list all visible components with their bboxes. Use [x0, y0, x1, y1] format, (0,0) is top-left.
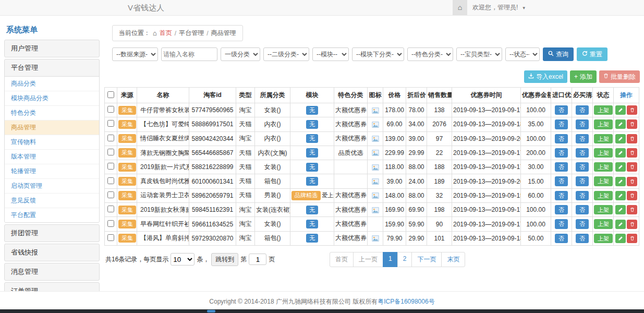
pager-item[interactable]: 1: [383, 252, 398, 267]
sidebar-subitem[interactable]: 商品分类: [5, 77, 99, 91]
must-buy-button[interactable]: 否: [576, 148, 589, 158]
select-all-checkbox[interactable]: [107, 91, 114, 98]
delete-button[interactable]: [627, 191, 637, 200]
sidebar-subitem[interactable]: 特色分类: [5, 106, 99, 121]
import-select-button[interactable]: 否: [555, 234, 568, 243]
per-page-select[interactable]: 10: [171, 253, 195, 266]
edit-button[interactable]: [615, 119, 626, 129]
name-input[interactable]: [161, 47, 217, 61]
edit-button[interactable]: [615, 234, 626, 243]
must-buy-button[interactable]: 否: [576, 205, 589, 214]
breadcrumb-item[interactable]: 平台管理: [179, 29, 204, 38]
data-source-select[interactable]: --数据来源--: [112, 47, 158, 61]
delete-button[interactable]: [627, 148, 637, 158]
sidebar-subitem[interactable]: 模块商品分类: [5, 91, 99, 106]
sidebar-group[interactable]: 拼团管理: [5, 225, 99, 242]
row-checkbox[interactable]: [107, 120, 114, 127]
row-checkbox[interactable]: [107, 191, 114, 198]
must-buy-button[interactable]: 否: [576, 234, 589, 243]
sidebar-group[interactable]: 消息管理: [5, 263, 99, 280]
level1-category-select[interactable]: 一级分类: [221, 47, 260, 61]
sidebar-subitem[interactable]: 平台配置: [5, 208, 99, 222]
edit-button[interactable]: [615, 220, 626, 229]
edit-button[interactable]: [615, 162, 626, 172]
import-select-button[interactable]: 否: [555, 134, 568, 143]
jump-button[interactable]: 跳转到: [211, 253, 238, 266]
delete-button[interactable]: [627, 220, 637, 229]
level2-category-select[interactable]: --二级分类--: [263, 47, 309, 61]
pager-item[interactable]: 下一页: [411, 252, 442, 267]
breadcrumb-item[interactable]: 商品管理: [211, 29, 236, 38]
sidebar-subitem[interactable]: 轮播管理: [5, 164, 99, 179]
row-checkbox[interactable]: [107, 135, 114, 141]
import-select-button[interactable]: 否: [555, 191, 568, 200]
pager-item[interactable]: 上一页: [353, 252, 383, 267]
edit-button[interactable]: [615, 148, 626, 158]
pager-item[interactable]: 2: [397, 252, 412, 267]
item-type-select[interactable]: --宝贝类型--: [456, 47, 502, 61]
sidebar-subitem[interactable]: 版本管理: [5, 150, 99, 164]
status-select[interactable]: --状态--: [505, 47, 540, 61]
status-button[interactable]: 上架: [594, 234, 613, 243]
delete-button[interactable]: [627, 105, 637, 115]
must-buy-button[interactable]: 否: [576, 191, 589, 200]
page-number-input[interactable]: [249, 254, 266, 265]
welcome-dropdown[interactable]: 欢迎您，管理员! ▼: [472, 0, 526, 16]
status-button[interactable]: 上架: [594, 205, 613, 214]
edit-button[interactable]: [615, 105, 626, 115]
import-select-button[interactable]: 否: [555, 205, 568, 214]
import-select-button[interactable]: 否: [555, 119, 568, 129]
row-checkbox[interactable]: [107, 177, 114, 184]
row-checkbox[interactable]: [107, 234, 114, 241]
must-buy-button[interactable]: 否: [576, 119, 589, 129]
status-button[interactable]: 上架: [594, 105, 613, 115]
module-subcategory-select[interactable]: --模块下分类--: [352, 47, 404, 61]
batch-delete-button[interactable]: 批量删除: [599, 70, 640, 83]
import-select-button[interactable]: 否: [555, 219, 568, 228]
row-checkbox[interactable]: [107, 220, 114, 227]
import-excel-button[interactable]: 导入excel: [524, 70, 567, 83]
status-button[interactable]: 上架: [594, 191, 613, 200]
delete-button[interactable]: [627, 134, 637, 143]
module-select[interactable]: --模块--: [312, 47, 349, 61]
status-button[interactable]: 上架: [594, 162, 613, 172]
home-button[interactable]: ⌂: [453, 0, 467, 15]
edit-button[interactable]: [615, 177, 626, 186]
add-button[interactable]: + 添加: [570, 70, 597, 83]
sidebar-group[interactable]: 平台管理: [5, 59, 99, 76]
row-checkbox[interactable]: [107, 106, 114, 113]
row-checkbox[interactable]: [107, 149, 114, 155]
sidebar-subitem[interactable]: 商品管理: [5, 121, 99, 135]
delete-button[interactable]: [627, 162, 637, 172]
icp-link[interactable]: 粤ICP备16098006号: [378, 298, 434, 305]
sidebar-subitem[interactable]: 宣传物料: [5, 135, 99, 150]
must-buy-button[interactable]: 否: [576, 162, 589, 172]
delete-button[interactable]: [627, 205, 637, 214]
edit-button[interactable]: [615, 134, 626, 143]
must-buy-button[interactable]: 否: [576, 176, 589, 186]
status-button[interactable]: 上架: [594, 219, 613, 228]
reset-button[interactable]: 重置: [577, 47, 607, 61]
delete-button[interactable]: [627, 119, 637, 129]
row-checkbox[interactable]: [107, 163, 114, 170]
pager-item[interactable]: 末页: [441, 252, 465, 267]
search-button[interactable]: 查询: [543, 47, 574, 61]
delete-button[interactable]: [627, 177, 637, 186]
status-button[interactable]: 上架: [594, 148, 613, 158]
delete-button[interactable]: [627, 234, 637, 243]
import-select-button[interactable]: 否: [555, 105, 568, 115]
pager-item[interactable]: 首页: [330, 252, 354, 267]
sidebar-subitem[interactable]: 启动页管理: [5, 179, 99, 194]
import-select-button[interactable]: 否: [555, 148, 568, 158]
must-buy-button[interactable]: 否: [576, 105, 589, 115]
status-button[interactable]: 上架: [594, 176, 613, 186]
breadcrumb-home-link[interactable]: 首页: [160, 29, 172, 38]
status-button[interactable]: 上架: [594, 119, 613, 129]
edit-button[interactable]: [615, 191, 626, 200]
must-buy-button[interactable]: 否: [576, 134, 589, 143]
brand-title[interactable]: V省钱达人: [128, 0, 164, 15]
sidebar-subitem[interactable]: 意见反馈: [5, 194, 99, 208]
row-checkbox[interactable]: [107, 206, 114, 212]
sidebar-group[interactable]: 用户管理: [5, 40, 99, 57]
import-select-button[interactable]: 否: [555, 162, 568, 172]
